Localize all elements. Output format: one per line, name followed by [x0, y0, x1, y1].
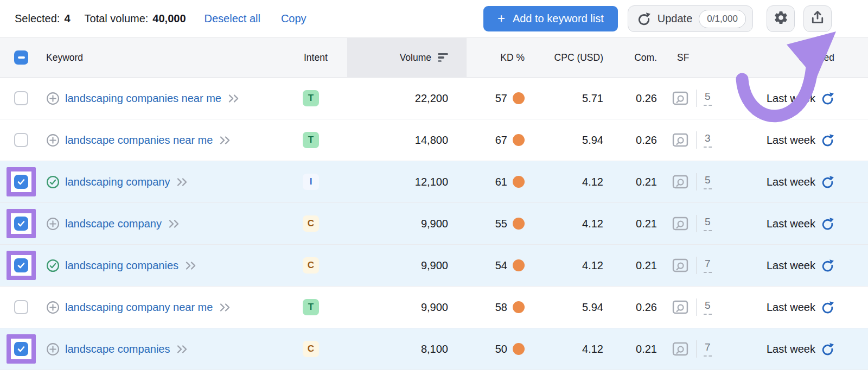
add-keyword-icon[interactable]: [46, 342, 60, 356]
add-keyword-icon[interactable]: [46, 217, 60, 231]
add-keyword-icon[interactable]: [46, 92, 60, 105]
intent-badge: T: [303, 90, 319, 106]
keyword-link[interactable]: landscape company: [65, 218, 162, 230]
add-to-keyword-list-button[interactable]: + Add to keyword list: [483, 6, 618, 31]
kd-value: 54: [495, 259, 507, 272]
sf-divider: [696, 298, 697, 316]
row-checkbox[interactable]: [14, 300, 28, 314]
selection-highlight-box: [14, 300, 28, 314]
in-list-check-icon: [46, 175, 60, 189]
settings-button[interactable]: [767, 5, 795, 32]
com-value: 0.26: [624, 78, 667, 119]
expand-keyword-icon[interactable]: [168, 219, 181, 228]
export-icon: [810, 10, 825, 28]
sf-divider: [696, 257, 697, 274]
kd-difficulty-dot: [513, 218, 525, 230]
total-volume: Total volume: 40,000: [85, 12, 186, 25]
column-header-updated[interactable]: Updated: [722, 38, 868, 77]
sf-count[interactable]: 5: [704, 174, 712, 189]
row-checkbox[interactable]: [14, 258, 28, 272]
table-row: landscaping companies C 9,900 54 4.12 0.…: [0, 245, 868, 287]
sf-count[interactable]: 5: [704, 216, 712, 231]
sf-count[interactable]: 7: [704, 258, 712, 273]
sf-count[interactable]: 3: [704, 132, 712, 148]
keyword-link[interactable]: landscaping company: [65, 176, 170, 188]
com-value: 0.26: [624, 119, 667, 161]
kd-difficulty-dot: [513, 134, 525, 146]
add-keyword-icon[interactable]: [46, 134, 60, 147]
serp-features-icon[interactable]: [672, 299, 689, 315]
kd-value: 55: [495, 218, 507, 230]
volume-value: 8,100: [347, 328, 467, 370]
add-keyword-icon[interactable]: [46, 301, 60, 314]
row-checkbox[interactable]: [14, 342, 28, 356]
expand-keyword-icon[interactable]: [176, 177, 189, 187]
serp-features-icon[interactable]: [672, 341, 689, 357]
column-header-keyword[interactable]: Keyword: [42, 38, 298, 77]
selection-toolbar: Selected: 4 Total volume: 40,000 Deselec…: [0, 0, 868, 38]
refresh-metrics-icon[interactable]: [821, 259, 834, 272]
refresh-metrics-icon[interactable]: [821, 175, 834, 189]
cpc-value: 4.12: [542, 328, 624, 370]
expand-keyword-icon[interactable]: [176, 345, 189, 354]
sf-count[interactable]: 5: [704, 300, 712, 315]
table-header: Keyword Intent Volume KD % CPC (USD) Com…: [0, 38, 868, 78]
column-header-intent[interactable]: Intent: [298, 38, 347, 77]
volume-value: 12,100: [347, 161, 467, 202]
update-button[interactable]: Update 0/1,000: [628, 5, 753, 32]
plus-icon: +: [497, 12, 505, 25]
column-header-sf[interactable]: SF: [667, 38, 722, 77]
checkmark-icon: [17, 345, 25, 353]
refresh-metrics-icon[interactable]: [821, 342, 834, 356]
keyword-link[interactable]: landscaping company near me: [65, 301, 213, 314]
refresh-metrics-icon[interactable]: [821, 92, 834, 105]
cpc-value: 4.12: [542, 245, 624, 286]
updated-value: Last week: [767, 176, 815, 188]
intent-badge: C: [303, 257, 319, 274]
refresh-metrics-icon[interactable]: [821, 134, 834, 147]
column-header-volume[interactable]: Volume: [347, 38, 467, 77]
refresh-metrics-icon[interactable]: [821, 217, 834, 231]
copy-link[interactable]: Copy: [281, 12, 307, 25]
intent-badge: C: [303, 215, 319, 232]
cpc-value: 5.94: [542, 119, 624, 161]
total-volume-value: 40,000: [152, 12, 186, 25]
keyword-link[interactable]: landscape companies near me: [65, 134, 213, 147]
expand-keyword-icon[interactable]: [228, 94, 241, 103]
keyword-link[interactable]: landscaping companies near me: [65, 92, 221, 105]
serp-features-icon[interactable]: [672, 257, 689, 274]
com-value: 0.21: [624, 203, 667, 244]
serp-features-icon[interactable]: [672, 90, 689, 106]
refresh-metrics-icon[interactable]: [821, 301, 834, 314]
serp-features-icon[interactable]: [672, 215, 689, 232]
keyword-link[interactable]: landscape companies: [65, 343, 170, 355]
deselect-all-link[interactable]: Deselect all: [205, 12, 260, 25]
row-checkbox[interactable]: [14, 217, 28, 231]
column-header-cpc[interactable]: CPC (USD): [542, 38, 624, 77]
expand-keyword-icon[interactable]: [219, 303, 232, 312]
selection-highlight-box: [14, 91, 28, 105]
total-volume-label: Total volume:: [85, 12, 149, 25]
serp-features-icon[interactable]: [672, 132, 689, 148]
intent-badge: C: [303, 341, 319, 357]
expand-keyword-icon[interactable]: [219, 136, 232, 145]
serp-features-icon[interactable]: [672, 174, 689, 190]
sf-count[interactable]: 5: [704, 91, 712, 106]
row-checkbox[interactable]: [14, 175, 28, 189]
selected-count-value: 4: [64, 12, 70, 25]
row-checkbox[interactable]: [14, 133, 28, 147]
selection-highlight-box: [7, 251, 36, 280]
column-header-kd[interactable]: KD %: [467, 38, 542, 77]
column-header-com[interactable]: Com.: [624, 38, 667, 77]
keyword-magic-tool: Selected: 4 Total volume: 40,000 Deselec…: [0, 0, 868, 375]
volume-value: 14,800: [347, 119, 467, 161]
row-checkbox[interactable]: [14, 91, 28, 105]
table-row: landscaping companies near me T 22,200 5…: [0, 78, 868, 119]
expand-keyword-icon[interactable]: [185, 261, 198, 270]
keyword-link[interactable]: landscaping companies: [65, 259, 178, 272]
sf-count[interactable]: 7: [704, 341, 712, 357]
intent-badge: T: [303, 132, 319, 148]
export-button[interactable]: [803, 5, 832, 32]
updated-value: Last week: [767, 218, 815, 230]
select-all-checkbox[interactable]: [14, 50, 28, 65]
